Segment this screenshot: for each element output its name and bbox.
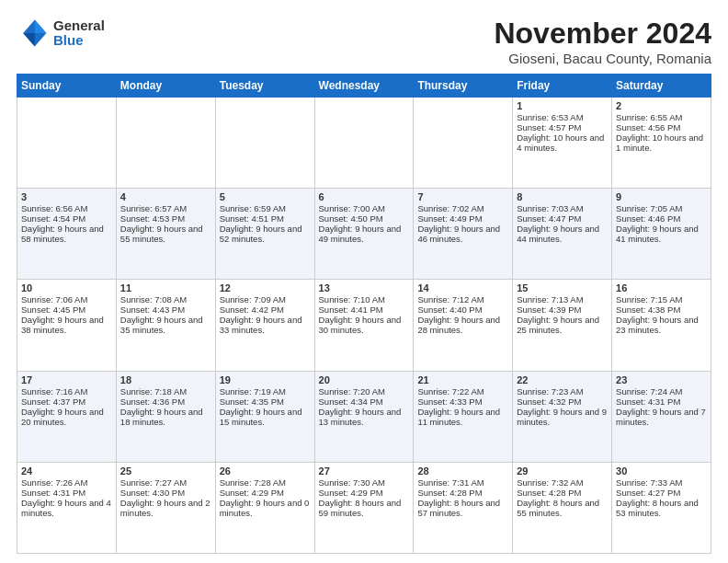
calendar-week-5: 24Sunrise: 7:26 AMSunset: 4:31 PMDayligh… — [17, 462, 711, 553]
calendar-cell: 26Sunrise: 7:28 AMSunset: 4:29 PMDayligh… — [215, 462, 314, 553]
calendar-cell: 25Sunrise: 7:27 AMSunset: 4:30 PMDayligh… — [116, 462, 215, 553]
calendar-cell: 7Sunrise: 7:02 AMSunset: 4:49 PMDaylight… — [414, 189, 513, 280]
day-info: Sunset: 4:47 PM — [517, 213, 608, 224]
day-info: Sunset: 4:33 PM — [417, 396, 508, 407]
day-info: Daylight: 9 hours and 7 minutes. — [616, 407, 707, 427]
calendar-cell: 2Sunrise: 6:55 AMSunset: 4:56 PMDaylight… — [612, 98, 711, 189]
calendar-cell: 16Sunrise: 7:15 AMSunset: 4:38 PMDayligh… — [612, 280, 711, 371]
day-info: Sunrise: 7:19 AM — [220, 386, 311, 396]
day-info: Daylight: 9 hours and 9 minutes. — [517, 407, 608, 427]
day-info: Sunset: 4:57 PM — [517, 122, 608, 132]
day-info: Sunrise: 6:55 AM — [616, 112, 707, 122]
day-info: Sunrise: 7:16 AM — [21, 386, 112, 396]
day-number: 11 — [120, 282, 211, 293]
calendar-cell: 27Sunrise: 7:30 AMSunset: 4:29 PMDayligh… — [314, 462, 414, 553]
day-info: Daylight: 8 hours and 57 minutes. — [417, 498, 508, 518]
day-number: 14 — [417, 282, 508, 293]
calendar-cell: 29Sunrise: 7:32 AMSunset: 4:28 PMDayligh… — [513, 462, 612, 553]
calendar-cell: 3Sunrise: 6:56 AMSunset: 4:54 PMDaylight… — [17, 189, 117, 280]
day-info: Sunrise: 7:05 AM — [616, 203, 707, 213]
day-info: Daylight: 9 hours and 35 minutes. — [120, 315, 211, 335]
calendar-cell — [17, 98, 117, 189]
calendar-week-4: 17Sunrise: 7:16 AMSunset: 4:37 PMDayligh… — [17, 371, 711, 462]
calendar-cell: 18Sunrise: 7:18 AMSunset: 4:36 PMDayligh… — [116, 371, 215, 462]
day-number: 12 — [220, 282, 311, 293]
page: General Blue November 2024 Gioseni, Baca… — [0, 0, 728, 563]
day-info: Sunset: 4:45 PM — [21, 304, 112, 315]
day-info: Sunrise: 7:20 AM — [319, 386, 410, 396]
day-number: 25 — [120, 465, 211, 477]
day-number: 18 — [120, 374, 211, 385]
calendar-cell: 19Sunrise: 7:19 AMSunset: 4:35 PMDayligh… — [215, 371, 314, 462]
day-number: 9 — [616, 191, 707, 202]
header: General Blue November 2024 Gioseni, Baca… — [17, 17, 711, 66]
calendar-cell: 1Sunrise: 6:53 AMSunset: 4:57 PMDaylight… — [513, 98, 612, 189]
day-number: 27 — [319, 465, 410, 477]
logo: General Blue — [17, 17, 105, 50]
calendar-cell: 8Sunrise: 7:03 AMSunset: 4:47 PMDaylight… — [513, 189, 612, 280]
day-info: Sunrise: 7:02 AM — [417, 203, 508, 213]
calendar-cell: 14Sunrise: 7:12 AMSunset: 4:40 PMDayligh… — [414, 280, 513, 371]
day-info: Sunset: 4:43 PM — [120, 304, 211, 315]
day-number: 20 — [319, 374, 410, 385]
day-info: Daylight: 9 hours and 25 minutes. — [517, 315, 608, 335]
day-info: Sunrise: 7:31 AM — [417, 477, 508, 488]
day-info: Daylight: 9 hours and 55 minutes. — [120, 224, 211, 244]
day-number: 3 — [21, 191, 112, 202]
day-info: Sunrise: 7:30 AM — [319, 477, 410, 488]
day-number: 10 — [21, 282, 112, 293]
day-info: Daylight: 9 hours and 20 minutes. — [21, 407, 112, 427]
day-info: Sunset: 4:34 PM — [319, 396, 410, 407]
day-info: Daylight: 9 hours and 2 minutes. — [120, 498, 211, 518]
day-number: 16 — [616, 282, 707, 293]
day-info: Daylight: 10 hours and 4 minutes. — [517, 132, 608, 153]
day-number: 23 — [616, 374, 707, 385]
title-block: November 2024 Gioseni, Bacau County, Rom… — [494, 17, 711, 66]
day-number: 8 — [517, 191, 608, 202]
day-info: Daylight: 9 hours and 46 minutes. — [417, 224, 508, 244]
logo-text: General Blue — [53, 18, 105, 49]
day-number: 19 — [220, 374, 311, 385]
calendar-cell — [314, 98, 414, 189]
day-info: Sunset: 4:28 PM — [417, 488, 508, 498]
day-info: Daylight: 8 hours and 59 minutes. — [319, 498, 410, 518]
day-info: Sunrise: 7:18 AM — [120, 386, 211, 396]
day-info: Sunset: 4:27 PM — [616, 488, 707, 498]
calendar-cell — [215, 98, 314, 189]
calendar-cell: 28Sunrise: 7:31 AMSunset: 4:28 PMDayligh… — [414, 462, 513, 553]
day-info: Daylight: 9 hours and 18 minutes. — [120, 407, 211, 427]
calendar-header-row: SundayMondayTuesdayWednesdayThursdayFrid… — [17, 75, 711, 98]
day-info: Sunset: 4:51 PM — [220, 213, 311, 224]
day-info: Sunset: 4:35 PM — [220, 396, 311, 407]
day-number: 7 — [417, 191, 508, 202]
day-info: Daylight: 9 hours and 4 minutes. — [21, 498, 112, 518]
day-info: Sunrise: 6:59 AM — [220, 203, 311, 213]
calendar-week-2: 3Sunrise: 6:56 AMSunset: 4:54 PMDaylight… — [17, 189, 711, 280]
day-info: Daylight: 9 hours and 38 minutes. — [21, 315, 112, 335]
svg-marker-2 — [23, 33, 35, 46]
day-info: Sunset: 4:40 PM — [417, 304, 508, 315]
weekday-header-saturday: Saturday — [612, 75, 711, 98]
day-number: 15 — [517, 282, 608, 293]
day-info: Sunset: 4:53 PM — [120, 213, 211, 224]
calendar-cell: 23Sunrise: 7:24 AMSunset: 4:31 PMDayligh… — [612, 371, 711, 462]
day-info: Sunrise: 7:13 AM — [517, 294, 608, 304]
calendar-cell: 9Sunrise: 7:05 AMSunset: 4:46 PMDaylight… — [612, 189, 711, 280]
day-number: 22 — [517, 374, 608, 385]
calendar-cell: 11Sunrise: 7:08 AMSunset: 4:43 PMDayligh… — [116, 280, 215, 371]
main-title: November 2024 — [494, 17, 711, 51]
day-number: 5 — [220, 191, 311, 202]
weekday-header-sunday: Sunday — [17, 75, 117, 98]
weekday-header-tuesday: Tuesday — [215, 75, 314, 98]
day-info: Sunset: 4:41 PM — [319, 304, 410, 315]
day-info: Sunrise: 7:32 AM — [517, 477, 608, 488]
calendar-table: SundayMondayTuesdayWednesdayThursdayFrid… — [17, 74, 711, 554]
calendar-cell: 6Sunrise: 7:00 AMSunset: 4:50 PMDaylight… — [314, 189, 414, 280]
day-info: Sunset: 4:42 PM — [220, 304, 311, 315]
calendar-cell: 5Sunrise: 6:59 AMSunset: 4:51 PMDaylight… — [215, 189, 314, 280]
day-info: Sunset: 4:28 PM — [517, 488, 608, 498]
calendar-cell: 10Sunrise: 7:06 AMSunset: 4:45 PMDayligh… — [17, 280, 117, 371]
subtitle: Gioseni, Bacau County, Romania — [494, 51, 711, 66]
day-info: Sunset: 4:39 PM — [517, 304, 608, 315]
day-info: Daylight: 8 hours and 55 minutes. — [517, 498, 608, 518]
